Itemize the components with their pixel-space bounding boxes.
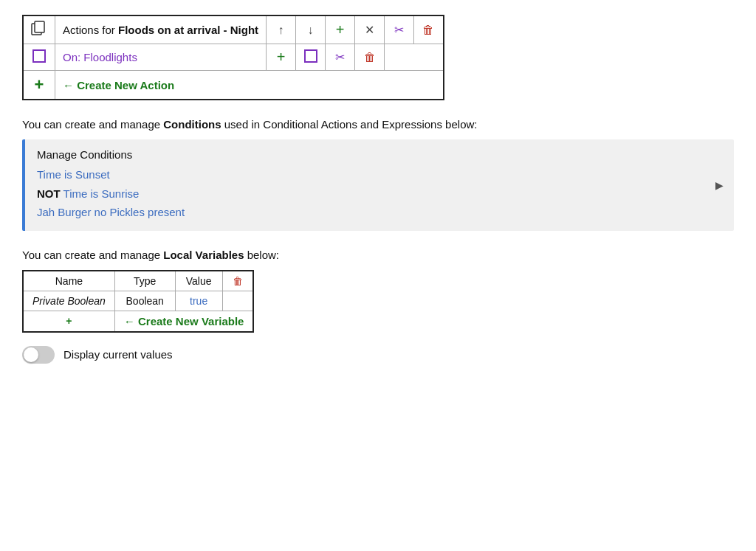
action-row-scissors[interactable]: ✂: [326, 44, 355, 71]
action-row-trash[interactable]: 🗑: [355, 44, 385, 71]
cut-action-button[interactable]: ✕: [355, 15, 385, 44]
conditions-panel-title: Manage Conditions: [37, 148, 722, 161]
col-trash[interactable]: 🗑: [222, 271, 253, 291]
create-action-row: + ← Create New Action: [23, 71, 444, 100]
variable-row-0: Private Boolean Boolean true: [23, 291, 253, 311]
svg-rect-1: [35, 21, 44, 32]
scissors-action-button[interactable]: ✂: [385, 15, 414, 44]
action-row-square-icon[interactable]: [23, 44, 55, 71]
copy-icon-header[interactable]: [23, 15, 55, 44]
toggle-label: Display current values: [63, 348, 173, 361]
action-row: On: Floodlights + ✂ 🗑: [23, 44, 444, 71]
create-variable-row: + ← Create New Variable: [23, 311, 253, 332]
conditions-bold: Conditions: [163, 118, 221, 131]
actions-table-bold-title: Floods on at arrival - Night: [118, 24, 258, 36]
variables-bold: Local Variables: [163, 249, 244, 261]
variables-description: You can create and manage Local Variable…: [22, 249, 734, 261]
move-down-button[interactable]: ↓: [296, 15, 326, 44]
display-values-toggle-row: Display current values: [22, 346, 734, 364]
condition-item-1[interactable]: Time is Sunset: [37, 165, 722, 184]
create-variable-plus-button[interactable]: +: [23, 311, 114, 332]
action-row-add[interactable]: +: [267, 44, 296, 71]
conditions-panel: Manage Conditions Time is Sunset NOT Tim…: [22, 139, 734, 231]
move-up-button[interactable]: ↑: [267, 15, 296, 44]
action-row-label[interactable]: On: Floodlights: [55, 44, 267, 71]
variable-value: true: [175, 291, 222, 311]
col-type: Type: [114, 271, 175, 291]
create-action-plus-button[interactable]: +: [23, 71, 55, 100]
col-value: Value: [175, 271, 222, 291]
variable-name: Private Boolean: [23, 291, 114, 311]
condition-item-3[interactable]: Jah Burger no Pickles present: [37, 203, 722, 222]
display-values-toggle[interactable]: [22, 346, 55, 364]
variable-type: Boolean: [114, 291, 175, 311]
add-action-button[interactable]: +: [326, 15, 355, 44]
variables-table: Name Type Value 🗑 Private Boolean Boolea…: [22, 270, 254, 333]
condition-item-2[interactable]: NOT Time is Sunrise: [37, 184, 722, 204]
toggle-knob: [24, 347, 38, 362]
create-new-action-link[interactable]: ← Create New Action: [63, 79, 174, 91]
col-name: Name: [23, 271, 114, 291]
trash-action-button[interactable]: 🗑: [414, 15, 444, 44]
conditions-description: You can create and manage Conditions use…: [22, 118, 734, 131]
actions-table-title: Actions for Floods on at arrival - Night: [55, 15, 267, 44]
action-row-square2[interactable]: [296, 44, 326, 71]
actions-table: Actions for Floods on at arrival - Night…: [22, 15, 444, 100]
variables-header-row: Name Type Value 🗑: [23, 271, 253, 291]
conditions-arrow-icon[interactable]: ▶: [715, 179, 724, 191]
create-new-variable-link[interactable]: ← Create New Variable: [124, 315, 244, 328]
